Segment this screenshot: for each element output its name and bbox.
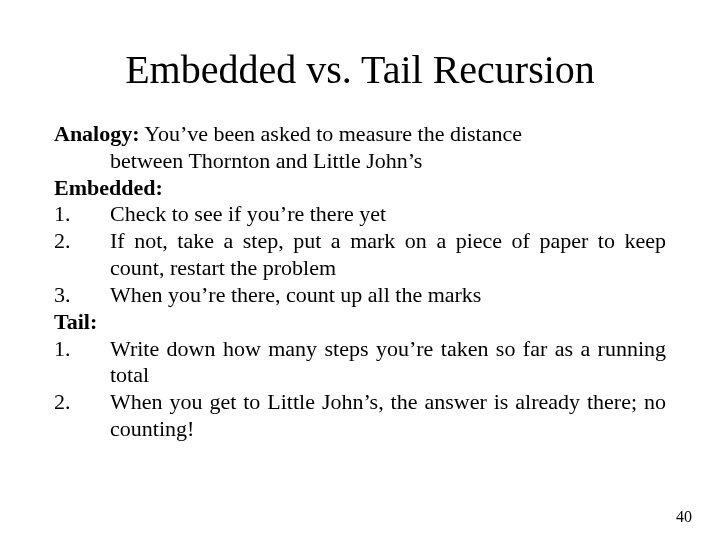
- list-number: 3.: [54, 282, 110, 309]
- analogy-label: Analogy:: [54, 121, 140, 146]
- embedded-item-1: 1. Check to see if you’re there yet: [54, 201, 666, 228]
- slide-title: Embedded vs. Tail Recursion: [54, 46, 666, 93]
- list-text: If not, take a step, put a mark on a pie…: [110, 228, 666, 282]
- list-number: 1.: [54, 336, 110, 390]
- slide: Embedded vs. Tail Recursion Analogy: You…: [0, 0, 720, 540]
- list-number: 2.: [54, 389, 110, 443]
- embedded-label: Embedded:: [54, 175, 666, 202]
- analogy-line: Analogy: You’ve been asked to measure th…: [54, 121, 666, 148]
- analogy-text-first: You’ve been asked to measure the distanc…: [140, 121, 522, 146]
- list-text: Check to see if you’re there yet: [110, 201, 666, 228]
- tail-item-2: 2. When you get to Little John’s, the an…: [54, 389, 666, 443]
- list-text: Write down how many steps you’re taken s…: [110, 336, 666, 390]
- tail-label: Tail:: [54, 309, 666, 336]
- list-number: 1.: [54, 201, 110, 228]
- embedded-item-3: 3. When you’re there, count up all the m…: [54, 282, 666, 309]
- page-number: 40: [676, 508, 692, 526]
- list-text: When you get to Little John’s, the answe…: [110, 389, 666, 443]
- embedded-item-2: 2. If not, take a step, put a mark on a …: [54, 228, 666, 282]
- analogy-cont: between Thornton and Little John’s: [54, 148, 666, 175]
- tail-item-1: 1. Write down how many steps you’re take…: [54, 336, 666, 390]
- list-number: 2.: [54, 228, 110, 282]
- slide-body: Analogy: You’ve been asked to measure th…: [54, 121, 666, 443]
- list-text: When you’re there, count up all the mark…: [110, 282, 666, 309]
